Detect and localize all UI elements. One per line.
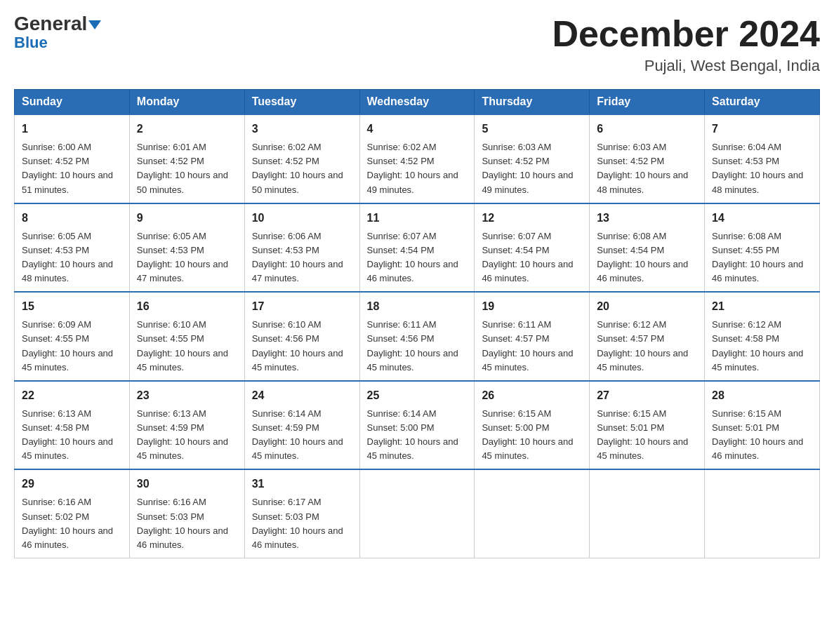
day-info: Sunrise: 6:14 AMSunset: 5:00 PMDaylight:… bbox=[367, 408, 458, 461]
day-number: 14 bbox=[712, 210, 812, 227]
col-header-friday: Friday bbox=[590, 90, 705, 115]
col-header-thursday: Thursday bbox=[475, 90, 590, 115]
calendar-cell: 3 Sunrise: 6:02 AMSunset: 4:52 PMDayligh… bbox=[244, 114, 359, 203]
calendar-cell bbox=[475, 469, 590, 558]
day-number: 17 bbox=[252, 298, 352, 315]
logo: General Blue bbox=[14, 14, 101, 52]
day-info: Sunrise: 6:01 AMSunset: 4:52 PMDaylight:… bbox=[137, 142, 228, 194]
day-info: Sunrise: 6:16 AMSunset: 5:02 PMDaylight:… bbox=[22, 497, 113, 549]
day-info: Sunrise: 6:11 AMSunset: 4:56 PMDaylight:… bbox=[367, 319, 458, 372]
day-info: Sunrise: 6:15 AMSunset: 5:01 PMDaylight:… bbox=[712, 408, 803, 461]
day-number: 8 bbox=[22, 210, 122, 227]
day-info: Sunrise: 6:15 AMSunset: 5:00 PMDaylight:… bbox=[482, 408, 573, 461]
day-info: Sunrise: 6:10 AMSunset: 4:55 PMDaylight:… bbox=[137, 319, 228, 372]
week-row-2: 8 Sunrise: 6:05 AMSunset: 4:53 PMDayligh… bbox=[15, 203, 820, 293]
day-info: Sunrise: 6:10 AMSunset: 4:56 PMDaylight:… bbox=[252, 319, 343, 372]
day-number: 3 bbox=[252, 121, 352, 137]
day-info: Sunrise: 6:12 AMSunset: 4:57 PMDaylight:… bbox=[597, 319, 688, 372]
day-info: Sunrise: 6:11 AMSunset: 4:57 PMDaylight:… bbox=[482, 319, 573, 372]
day-info: Sunrise: 6:07 AMSunset: 4:54 PMDaylight:… bbox=[367, 231, 458, 283]
calendar-cell: 27 Sunrise: 6:15 AMSunset: 5:01 PMDaylig… bbox=[590, 381, 705, 470]
calendar-cell: 26 Sunrise: 6:15 AMSunset: 5:00 PMDaylig… bbox=[475, 381, 590, 470]
day-number: 18 bbox=[367, 298, 468, 315]
day-number: 7 bbox=[712, 121, 812, 137]
day-info: Sunrise: 6:04 AMSunset: 4:53 PMDaylight:… bbox=[712, 142, 803, 194]
day-info: Sunrise: 6:16 AMSunset: 5:03 PMDaylight:… bbox=[137, 497, 228, 549]
calendar-cell: 24 Sunrise: 6:14 AMSunset: 4:59 PMDaylig… bbox=[244, 381, 359, 470]
day-number: 1 bbox=[22, 121, 122, 137]
day-info: Sunrise: 6:00 AMSunset: 4:52 PMDaylight:… bbox=[22, 142, 113, 194]
calendar-cell: 18 Sunrise: 6:11 AMSunset: 4:56 PMDaylig… bbox=[359, 292, 475, 381]
calendar-cell: 4 Sunrise: 6:02 AMSunset: 4:52 PMDayligh… bbox=[359, 114, 475, 203]
calendar-cell: 10 Sunrise: 6:06 AMSunset: 4:53 PMDaylig… bbox=[244, 203, 359, 293]
day-info: Sunrise: 6:06 AMSunset: 4:53 PMDaylight:… bbox=[252, 231, 343, 283]
day-number: 16 bbox=[137, 298, 237, 315]
week-row-4: 22 Sunrise: 6:13 AMSunset: 4:58 PMDaylig… bbox=[15, 381, 820, 470]
col-header-monday: Monday bbox=[129, 90, 244, 115]
calendar-cell: 9 Sunrise: 6:05 AMSunset: 4:53 PMDayligh… bbox=[129, 203, 244, 293]
day-number: 29 bbox=[22, 476, 122, 492]
day-info: Sunrise: 6:09 AMSunset: 4:55 PMDaylight:… bbox=[22, 319, 113, 372]
calendar-cell: 31 Sunrise: 6:17 AMSunset: 5:03 PMDaylig… bbox=[244, 469, 359, 558]
location-title: Pujali, West Bengal, India bbox=[552, 57, 820, 75]
logo-text-line2: Blue bbox=[14, 34, 48, 52]
month-title: December 2024 bbox=[552, 14, 820, 54]
day-number: 12 bbox=[482, 210, 582, 227]
calendar-cell: 8 Sunrise: 6:05 AMSunset: 4:53 PMDayligh… bbox=[15, 203, 130, 293]
day-info: Sunrise: 6:05 AMSunset: 4:53 PMDaylight:… bbox=[137, 231, 228, 283]
calendar-cell: 25 Sunrise: 6:14 AMSunset: 5:00 PMDaylig… bbox=[359, 381, 475, 470]
calendar-cell: 2 Sunrise: 6:01 AMSunset: 4:52 PMDayligh… bbox=[129, 114, 244, 203]
calendar-cell: 28 Sunrise: 6:15 AMSunset: 5:01 PMDaylig… bbox=[705, 381, 820, 470]
calendar-cell bbox=[359, 469, 475, 558]
day-number: 4 bbox=[367, 121, 468, 137]
day-info: Sunrise: 6:15 AMSunset: 5:01 PMDaylight:… bbox=[597, 408, 688, 461]
calendar-cell: 1 Sunrise: 6:00 AMSunset: 4:52 PMDayligh… bbox=[15, 114, 130, 203]
calendar-cell: 6 Sunrise: 6:03 AMSunset: 4:52 PMDayligh… bbox=[590, 114, 705, 203]
day-info: Sunrise: 6:07 AMSunset: 4:54 PMDaylight:… bbox=[482, 231, 573, 283]
week-row-5: 29 Sunrise: 6:16 AMSunset: 5:02 PMDaylig… bbox=[15, 469, 820, 558]
day-info: Sunrise: 6:13 AMSunset: 4:58 PMDaylight:… bbox=[22, 408, 113, 461]
day-info: Sunrise: 6:08 AMSunset: 4:55 PMDaylight:… bbox=[712, 231, 803, 283]
calendar-cell: 17 Sunrise: 6:10 AMSunset: 4:56 PMDaylig… bbox=[244, 292, 359, 381]
day-info: Sunrise: 6:14 AMSunset: 4:59 PMDaylight:… bbox=[252, 408, 343, 461]
calendar-cell: 23 Sunrise: 6:13 AMSunset: 4:59 PMDaylig… bbox=[129, 381, 244, 470]
day-number: 27 bbox=[597, 387, 697, 404]
calendar-cell: 13 Sunrise: 6:08 AMSunset: 4:54 PMDaylig… bbox=[590, 203, 705, 293]
calendar-cell: 22 Sunrise: 6:13 AMSunset: 4:58 PMDaylig… bbox=[15, 381, 130, 470]
day-info: Sunrise: 6:03 AMSunset: 4:52 PMDaylight:… bbox=[482, 142, 573, 194]
calendar-cell: 20 Sunrise: 6:12 AMSunset: 4:57 PMDaylig… bbox=[590, 292, 705, 381]
day-number: 11 bbox=[367, 210, 468, 227]
day-info: Sunrise: 6:03 AMSunset: 4:52 PMDaylight:… bbox=[597, 142, 688, 194]
day-info: Sunrise: 6:13 AMSunset: 4:59 PMDaylight:… bbox=[137, 408, 228, 461]
day-number: 13 bbox=[597, 210, 697, 227]
day-number: 26 bbox=[482, 387, 582, 404]
col-header-sunday: Sunday bbox=[15, 90, 130, 115]
day-number: 31 bbox=[252, 476, 352, 492]
title-block: December 2024 Pujali, West Bengal, India bbox=[552, 14, 820, 75]
day-number: 22 bbox=[22, 387, 122, 404]
calendar-cell: 12 Sunrise: 6:07 AMSunset: 4:54 PMDaylig… bbox=[475, 203, 590, 293]
day-info: Sunrise: 6:12 AMSunset: 4:58 PMDaylight:… bbox=[712, 319, 803, 372]
day-info: Sunrise: 6:02 AMSunset: 4:52 PMDaylight:… bbox=[252, 142, 343, 194]
calendar-cell: 16 Sunrise: 6:10 AMSunset: 4:55 PMDaylig… bbox=[129, 292, 244, 381]
calendar-cell: 7 Sunrise: 6:04 AMSunset: 4:53 PMDayligh… bbox=[705, 114, 820, 203]
calendar-cell: 30 Sunrise: 6:16 AMSunset: 5:03 PMDaylig… bbox=[129, 469, 244, 558]
day-number: 21 bbox=[712, 298, 812, 315]
calendar-cell: 29 Sunrise: 6:16 AMSunset: 5:02 PMDaylig… bbox=[15, 469, 130, 558]
week-row-1: 1 Sunrise: 6:00 AMSunset: 4:52 PMDayligh… bbox=[15, 114, 820, 203]
day-number: 5 bbox=[482, 121, 582, 137]
day-info: Sunrise: 6:02 AMSunset: 4:52 PMDaylight:… bbox=[367, 142, 458, 194]
day-number: 10 bbox=[252, 210, 352, 227]
calendar-cell: 19 Sunrise: 6:11 AMSunset: 4:57 PMDaylig… bbox=[475, 292, 590, 381]
calendar-cell: 14 Sunrise: 6:08 AMSunset: 4:55 PMDaylig… bbox=[705, 203, 820, 293]
calendar-cell: 15 Sunrise: 6:09 AMSunset: 4:55 PMDaylig… bbox=[15, 292, 130, 381]
calendar-header-row: SundayMondayTuesdayWednesdayThursdayFrid… bbox=[15, 90, 820, 115]
day-info: Sunrise: 6:17 AMSunset: 5:03 PMDaylight:… bbox=[252, 497, 343, 549]
day-number: 28 bbox=[712, 387, 812, 404]
day-number: 30 bbox=[137, 476, 237, 492]
day-number: 25 bbox=[367, 387, 468, 404]
page-header: General Blue December 2024 Pujali, West … bbox=[14, 14, 820, 75]
week-row-3: 15 Sunrise: 6:09 AMSunset: 4:55 PMDaylig… bbox=[15, 292, 820, 381]
calendar-cell: 21 Sunrise: 6:12 AMSunset: 4:58 PMDaylig… bbox=[705, 292, 820, 381]
calendar-cell bbox=[590, 469, 705, 558]
